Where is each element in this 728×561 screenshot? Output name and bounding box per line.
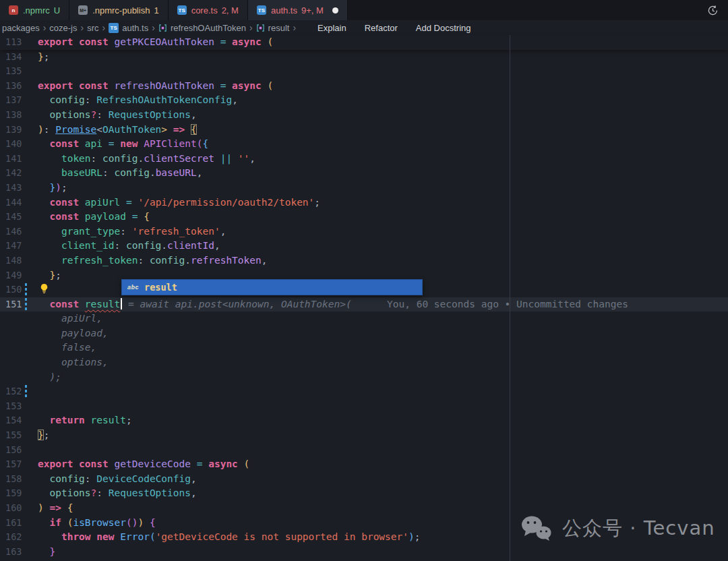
line-number[interactable]: 135 bbox=[0, 64, 24, 79]
symbol-variable-icon bbox=[256, 24, 265, 32]
code-line-139[interactable]: 139): Promise<OAuthToken> => { bbox=[0, 123, 728, 138]
line-number[interactable]: 146 bbox=[0, 225, 24, 239]
code-text: apiUrl, bbox=[38, 312, 102, 326]
line-number[interactable]: 150 bbox=[0, 283, 24, 297]
code-line-137[interactable]: 137 config: RefreshOAuthTokenConfig, bbox=[0, 93, 728, 108]
line-number[interactable]: 159 bbox=[0, 486, 24, 501]
tab-auth-ts[interactable]: TSauth.ts9+, M bbox=[248, 0, 348, 20]
line-number[interactable]: 139 bbox=[0, 123, 24, 138]
code-text: const apiUrl = '/api/permission/oauth2/t… bbox=[38, 196, 320, 210]
breadcrumb-item-coze-js[interactable]: coze-js bbox=[49, 23, 77, 33]
line-number[interactable]: 138 bbox=[0, 108, 24, 123]
ghost-code-line[interactable]: ); bbox=[0, 370, 728, 385]
line-number bbox=[0, 326, 24, 341]
line-number[interactable]: 161 bbox=[0, 516, 24, 531]
tab-core-ts[interactable]: TScore.ts2, M bbox=[169, 0, 248, 20]
code-line-135[interactable]: 135 bbox=[0, 64, 728, 79]
typescript-icon: TS bbox=[177, 5, 187, 15]
unsaved-dot-icon[interactable] bbox=[332, 7, 338, 13]
action-explain[interactable]: Explain bbox=[317, 23, 346, 33]
breadcrumb-item-result[interactable]: result bbox=[256, 23, 290, 33]
gutter-spacer bbox=[24, 486, 30, 501]
ghost-code-line[interactable]: options, bbox=[0, 355, 728, 370]
gutter-spacer bbox=[24, 399, 30, 414]
ghost-code-line[interactable]: payload, bbox=[0, 326, 728, 341]
line-number[interactable]: 143 bbox=[0, 181, 24, 196]
tab-npmrc[interactable]: n.npmrcU bbox=[0, 0, 69, 20]
code-line-151[interactable]: 151 const result = await api.post<unknow… bbox=[0, 297, 728, 312]
line-number[interactable]: 137 bbox=[0, 93, 24, 108]
code-line-143[interactable]: 143 }); bbox=[0, 181, 728, 196]
chevron-right-icon: › bbox=[81, 22, 84, 33]
line-number[interactable]: 154 bbox=[0, 413, 24, 428]
line-number[interactable]: 156 bbox=[0, 443, 24, 458]
tab-label: core.ts bbox=[191, 5, 218, 16]
code-line-154[interactable]: 154 return result; bbox=[0, 413, 728, 428]
line-number[interactable]: 142 bbox=[0, 166, 24, 181]
ghost-code-line[interactable]: false, bbox=[0, 341, 728, 355]
code-text: config: DeviceCodeConfig, bbox=[38, 472, 197, 487]
code-line-159[interactable]: 159 options?: RequestOptions, bbox=[0, 486, 728, 501]
line-number[interactable]: 141 bbox=[0, 152, 24, 167]
code-line-113[interactable]: 113export const getPKCEOAuthToken = asyn… bbox=[0, 35, 728, 50]
line-number[interactable]: 149 bbox=[0, 268, 24, 283]
suggestion-label: result bbox=[144, 282, 177, 293]
action-add-docstring[interactable]: Add Docstring bbox=[416, 23, 471, 33]
line-number[interactable]: 136 bbox=[0, 79, 24, 94]
editor-tab-bar: n.npmrcUM+.npmrc-publish1TScore.ts2, MTS… bbox=[0, 0, 728, 20]
code-line-142[interactable]: 142 baseURL: config.baseURL, bbox=[0, 166, 728, 181]
watermark-text: 公众号 · Tecvan bbox=[562, 515, 715, 542]
code-text: }); bbox=[38, 181, 67, 196]
code-line-152[interactable]: 152 bbox=[0, 384, 728, 399]
code-line-153[interactable]: 153 bbox=[0, 399, 728, 414]
breadcrumb-item-auth-ts[interactable]: TSauth.ts bbox=[109, 23, 148, 33]
code-line-134[interactable]: 134}; bbox=[0, 50, 728, 65]
code-line-148[interactable]: 148 refresh_token: config.refreshToken, bbox=[0, 254, 728, 268]
code-line-157[interactable]: 157export const getDeviceCode = async ( bbox=[0, 457, 728, 472]
action-refactor[interactable]: Refactor bbox=[365, 23, 398, 33]
lightbulb-icon[interactable] bbox=[39, 283, 49, 294]
editor-ruler bbox=[510, 35, 510, 561]
code-line-155[interactable]: 155}; bbox=[0, 428, 728, 443]
code-line-147[interactable]: 147 client_id: config.clientId, bbox=[0, 239, 728, 254]
code-line-160[interactable]: 160) => { bbox=[0, 501, 728, 516]
code-line-146[interactable]: 146 grant_type: 'refresh_token', bbox=[0, 225, 728, 239]
line-number[interactable]: 148 bbox=[0, 254, 24, 268]
timeline-history-icon[interactable] bbox=[707, 5, 719, 16]
code-line-138[interactable]: 138 options?: RequestOptions, bbox=[0, 108, 728, 123]
breadcrumb-item-src[interactable]: src bbox=[87, 23, 98, 33]
line-number[interactable]: 155 bbox=[0, 428, 24, 443]
ghost-code-line[interactable]: apiUrl, bbox=[0, 312, 728, 326]
code-line-141[interactable]: 141 token: config.clientSecret || '', bbox=[0, 152, 728, 167]
tab-npmrc-publish[interactable]: M+.npmrc-publish1 bbox=[69, 0, 169, 20]
line-number[interactable]: 140 bbox=[0, 137, 24, 152]
line-number[interactable]: 113 bbox=[0, 35, 24, 50]
line-number[interactable]: 145 bbox=[0, 210, 24, 225]
line-number[interactable]: 153 bbox=[0, 399, 24, 414]
code-line-144[interactable]: 144 const apiUrl = '/api/permission/oaut… bbox=[0, 196, 728, 210]
code-line-156[interactable]: 156 bbox=[0, 443, 728, 458]
code-line-158[interactable]: 158 config: DeviceCodeConfig, bbox=[0, 472, 728, 487]
code-line-145[interactable]: 145 const payload = { bbox=[0, 210, 728, 225]
line-number[interactable]: 144 bbox=[0, 196, 24, 210]
line-number[interactable]: 152 bbox=[0, 384, 24, 399]
breadcrumb-item-packages[interactable]: packages bbox=[2, 23, 40, 33]
breadcrumb-item-refreshOAuthToken[interactable]: refreshOAuthToken bbox=[158, 23, 246, 33]
line-number[interactable]: 151 bbox=[0, 297, 24, 312]
line-number[interactable]: 147 bbox=[0, 239, 24, 254]
code-line-136[interactable]: 136export const refreshOAuthToken = asyn… bbox=[0, 79, 728, 94]
gutter-spacer bbox=[24, 312, 30, 326]
line-number[interactable]: 163 bbox=[0, 545, 24, 560]
breadcrumb-label: packages bbox=[2, 23, 40, 33]
code-line-140[interactable]: 140 const api = new APIClient({ bbox=[0, 137, 728, 152]
autocomplete-suggestion[interactable]: abc result bbox=[121, 279, 423, 295]
symbol-variable-icon bbox=[158, 24, 167, 32]
line-number[interactable]: 162 bbox=[0, 530, 24, 545]
line-number[interactable]: 134 bbox=[0, 50, 24, 65]
code-line-163[interactable]: 163 } bbox=[0, 545, 728, 560]
line-number[interactable]: 157 bbox=[0, 457, 24, 472]
line-number[interactable]: 160 bbox=[0, 501, 24, 516]
line-number[interactable]: 158 bbox=[0, 472, 24, 487]
code-text: export const refreshOAuthToken = async ( bbox=[38, 79, 273, 94]
code-editor[interactable]: 113export const getPKCEOAuthToken = asyn… bbox=[0, 35, 728, 559]
